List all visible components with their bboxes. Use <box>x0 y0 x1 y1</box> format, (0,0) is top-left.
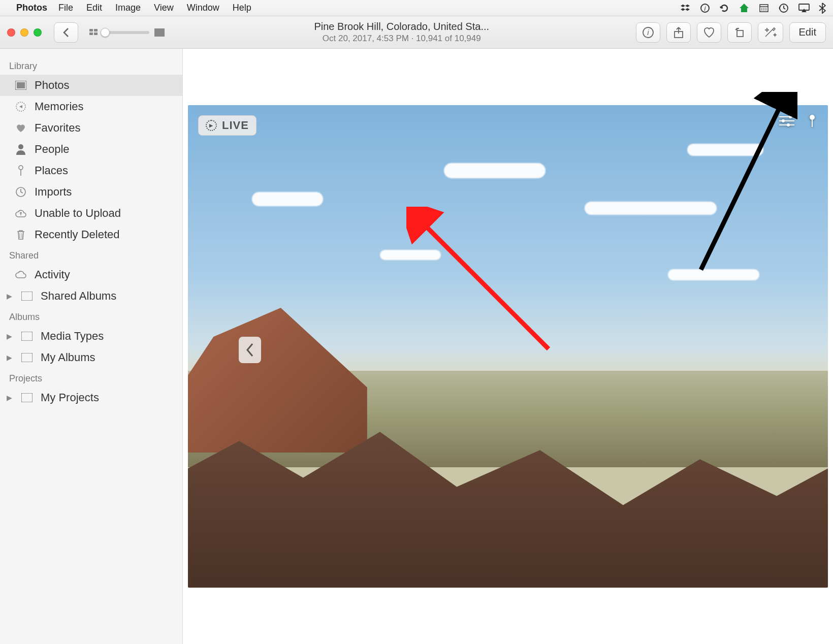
sidebar-item-label: Favorites <box>35 121 80 135</box>
adjustments-icon[interactable] <box>779 114 794 130</box>
sidebar-item-people[interactable]: People <box>0 139 182 160</box>
sidebar-item-imports[interactable]: Imports <box>0 181 182 203</box>
svg-rect-30 <box>21 393 33 402</box>
sidebar-item-recently-deleted[interactable]: Recently Deleted <box>0 224 182 245</box>
grid-large-icon <box>154 28 165 37</box>
heart-icon <box>14 123 27 133</box>
info-button[interactable]: i <box>636 22 660 43</box>
calendar-icon[interactable] <box>759 3 769 13</box>
photo-location-title: Pine Brook Hill, Colorado, United Sta... <box>174 20 630 33</box>
grid-small-icon <box>89 29 99 36</box>
timemachine-icon[interactable] <box>778 3 789 14</box>
dropbox-icon[interactable] <box>681 3 691 13</box>
back-button[interactable] <box>54 22 78 43</box>
photos-icon <box>14 81 27 90</box>
sidebar-item-unable-upload[interactable]: Unable to Upload <box>0 203 182 224</box>
previous-photo-button[interactable] <box>239 337 261 363</box>
photo-viewer: LIVE <box>183 49 833 644</box>
svg-point-36 <box>787 123 790 126</box>
sidebar-item-shared-albums[interactable]: ▶ Shared Albums <box>0 285 182 307</box>
sidebar-item-label: Shared Albums <box>41 289 116 303</box>
disclosure-triangle-icon[interactable]: ▶ <box>6 353 12 362</box>
location-pin-icon[interactable] <box>808 114 817 130</box>
sidebar-header-projects: Projects <box>0 368 182 387</box>
sidebar-item-activity[interactable]: Activity <box>0 264 182 285</box>
menu-file[interactable]: File <box>58 3 73 13</box>
info-icon[interactable]: i <box>700 3 710 13</box>
photo-subtitle: Oct 20, 2017, 4:53 PM · 10,941 of 10,949 <box>174 34 630 44</box>
svg-rect-9 <box>89 29 93 31</box>
sidebar-item-label: My Albums <box>41 351 95 364</box>
svg-rect-19 <box>17 82 25 88</box>
svg-rect-28 <box>21 332 33 341</box>
disclosure-triangle-icon[interactable]: ▶ <box>6 394 12 402</box>
zoom-slider[interactable] <box>89 28 165 37</box>
zoom-window-button[interactable] <box>34 28 42 37</box>
svg-text:i: i <box>647 28 649 37</box>
svg-rect-13 <box>154 28 165 37</box>
menu-help[interactable]: Help <box>233 3 251 13</box>
menu-bar: Photos File Edit Image View Window Help … <box>0 0 833 16</box>
svg-point-34 <box>782 119 785 122</box>
sidebar-header-albums: Albums <box>0 307 182 326</box>
sidebar-header-shared: Shared <box>0 245 182 264</box>
cloud-icon <box>14 209 27 218</box>
album-icon <box>20 353 34 362</box>
refresh-icon[interactable] <box>719 3 729 13</box>
menu-view[interactable]: View <box>154 3 174 13</box>
bluetooth-icon[interactable] <box>819 3 826 14</box>
svg-rect-17 <box>737 30 743 37</box>
window-controls <box>7 28 42 37</box>
disclosure-triangle-icon[interactable]: ▶ <box>6 332 12 340</box>
rotate-button[interactable] <box>727 22 752 43</box>
album-icon <box>20 393 34 402</box>
sidebar-item-favorites[interactable]: Favorites <box>0 117 182 139</box>
photo-title-block: Pine Brook Hill, Colorado, United Sta...… <box>174 20 630 44</box>
edit-button[interactable]: Edit <box>789 22 826 43</box>
sidebar-item-media-types[interactable]: ▶ Media Types <box>0 326 182 347</box>
disclosure-triangle-icon[interactable]: ▶ <box>6 292 12 300</box>
auto-enhance-button[interactable] <box>758 22 783 43</box>
sidebar-item-label: People <box>35 143 70 156</box>
sidebar-item-memories[interactable]: Memories <box>0 96 182 117</box>
trash-icon <box>14 229 27 240</box>
sidebar-item-photos[interactable]: Photos <box>0 75 182 96</box>
close-window-button[interactable] <box>7 28 15 37</box>
album-icon <box>20 292 34 301</box>
svg-rect-10 <box>94 29 98 31</box>
sidebar-item-label: Activity <box>35 268 70 281</box>
sidebar-item-label: Places <box>35 164 68 177</box>
menu-window[interactable]: Window <box>187 3 219 13</box>
sidebar-item-label: Media Types <box>41 330 104 343</box>
sidebar-item-label: Recently Deleted <box>35 228 120 241</box>
sidebar-item-label: My Projects <box>41 391 99 404</box>
svg-point-32 <box>789 115 792 118</box>
svg-rect-27 <box>21 292 33 301</box>
app-menu[interactable]: Photos <box>16 3 47 13</box>
sidebar-item-places[interactable]: Places <box>0 160 182 181</box>
live-photo-label: LIVE <box>222 119 249 132</box>
share-button[interactable] <box>666 22 691 43</box>
airplay-icon[interactable] <box>798 4 810 13</box>
pin-icon <box>14 165 27 176</box>
sidebar-item-my-albums[interactable]: ▶ My Albums <box>0 347 182 368</box>
cloud-outline-icon <box>14 271 27 279</box>
sidebar: Library Photos Memories Favorites People… <box>0 49 183 644</box>
svg-rect-29 <box>21 353 33 362</box>
minimize-window-button[interactable] <box>20 28 28 37</box>
menu-edit[interactable]: Edit <box>86 3 102 13</box>
svg-point-37 <box>810 115 815 120</box>
live-photo-badge[interactable]: LIVE <box>198 115 257 136</box>
home-icon[interactable] <box>739 3 750 14</box>
live-photo-icon <box>206 120 217 131</box>
photo-canvas[interactable]: LIVE <box>188 105 828 588</box>
sidebar-item-my-projects[interactable]: ▶ My Projects <box>0 387 182 408</box>
album-icon <box>20 332 34 341</box>
sidebar-item-label: Unable to Upload <box>35 207 121 220</box>
svg-text:i: i <box>704 5 707 12</box>
menu-image[interactable]: Image <box>115 3 141 13</box>
svg-point-21 <box>18 144 23 149</box>
favorite-button[interactable] <box>697 22 721 43</box>
svg-point-22 <box>19 166 23 170</box>
person-icon <box>14 144 27 155</box>
